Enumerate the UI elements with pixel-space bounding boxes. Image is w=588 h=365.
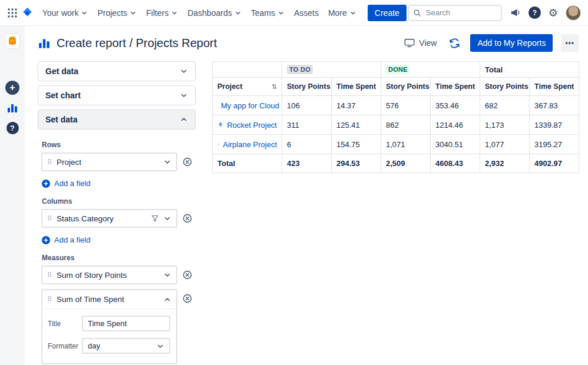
drag-handle-icon[interactable]: ⠿: [47, 159, 52, 165]
measure2-select[interactable]: ⠿ Sum of Time Spent: [42, 290, 176, 309]
more-actions-button[interactable]: •••: [561, 34, 579, 52]
drag-handle-icon[interactable]: ⠿: [47, 272, 52, 278]
remove-field-icon[interactable]: [183, 294, 192, 303]
chevron-up-icon: [163, 296, 171, 304]
accordion-label: Get data: [45, 67, 78, 76]
monitor-icon: [404, 38, 415, 48]
table-row: Rocket Project 311 125.41 862 1214.46 1,…: [213, 115, 579, 135]
help-icon[interactable]: ?: [528, 6, 541, 19]
group-done-cell: DONE: [381, 62, 480, 78]
accordion-label: Set chart: [45, 91, 81, 100]
create-button[interactable]: Create: [368, 5, 407, 21]
table-cell: 6: [282, 135, 332, 154]
project-link[interactable]: Rocket Project: [227, 121, 277, 130]
nav-your-work[interactable]: Your work: [38, 5, 93, 21]
nav-label: Dashboards: [187, 8, 232, 18]
remove-field-icon[interactable]: [183, 270, 192, 280]
column-header[interactable]: Time Spent: [431, 78, 480, 96]
table-row: Airplane Project 6 154.75 1,071 3040.51 …: [213, 135, 579, 154]
sort-icon[interactable]: ⇅: [272, 83, 277, 91]
table-cell: 576: [381, 96, 431, 115]
nav-label: Assets: [294, 8, 319, 18]
column-header[interactable]: Time Spent: [530, 78, 579, 96]
accordion-label: Set data: [45, 115, 77, 124]
nav-dashboards[interactable]: Dashboards: [183, 5, 246, 21]
search-input[interactable]: [425, 8, 497, 18]
set-chart-accordion[interactable]: Set chart: [38, 85, 196, 105]
rows-field-select[interactable]: ⠿ Project: [41, 152, 177, 171]
table-cell: 106: [282, 96, 332, 115]
drag-handle-icon[interactable]: ⠿: [47, 215, 52, 222]
chevron-down-icon: [180, 67, 188, 75]
report-table-area: TO DO DONE Total Project ⇅: [212, 61, 579, 173]
nav-assets[interactable]: Assets: [290, 5, 323, 21]
search-icon: [413, 9, 421, 17]
add-to-my-reports-button[interactable]: Add to My Reports: [470, 34, 553, 52]
get-data-accordion[interactable]: Get data: [38, 61, 196, 81]
add-column-field-button[interactable]: Add a field: [42, 235, 90, 244]
columns-label: Columns: [42, 197, 192, 205]
app-switcher-icon[interactable]: [6, 5, 19, 21]
project-link[interactable]: My app for Cloud: [221, 101, 279, 110]
set-data-body: Rows ⠿ Project Add a field: [38, 141, 196, 365]
table-cell: 2,509: [381, 154, 431, 173]
reports-app-logo[interactable]: [5, 34, 20, 49]
nav-teams[interactable]: Teams: [247, 5, 289, 21]
measure1-select[interactable]: ⠿ Sum of Story Points: [41, 266, 177, 284]
left-sidebar: + ?: [0, 26, 25, 365]
main-content: Create report / Projects Report View: [25, 26, 588, 365]
table-cell: 1339.87: [530, 115, 579, 135]
project-header-label: Project: [217, 82, 242, 91]
measure-title-input[interactable]: [82, 316, 170, 331]
add-row-field-button[interactable]: Add a field: [42, 179, 90, 188]
project-link[interactable]: Airplane Project: [223, 140, 277, 149]
rows-field-row: ⠿ Project: [41, 152, 192, 171]
header-actions: View Add to My Reports •••: [402, 34, 579, 52]
set-data-accordion[interactable]: Set data: [38, 110, 196, 130]
formatter-select[interactable]: day: [82, 338, 170, 354]
add-icon[interactable]: +: [5, 81, 19, 95]
settings-gear-icon[interactable]: ⚙: [549, 8, 558, 18]
field-value: Project: [57, 158, 158, 167]
table-cell: 311: [282, 115, 332, 135]
filter-icon[interactable]: [151, 215, 158, 222]
column-header[interactable]: Story Points: [480, 78, 530, 96]
chevron-up-icon: [180, 115, 188, 124]
field-value: Sum of Time Spent: [57, 295, 158, 304]
sidebar-help-icon[interactable]: ?: [6, 122, 19, 134]
plus-circle-icon: [42, 180, 50, 188]
table-cell: 125.41: [332, 115, 381, 135]
jira-logo[interactable]: [21, 6, 34, 19]
nav-filters[interactable]: Filters: [142, 5, 182, 21]
columns-field-select[interactable]: ⠿ Status Category: [41, 209, 177, 228]
nav-projects[interactable]: Projects: [93, 5, 141, 21]
chevron-down-icon: [163, 214, 171, 223]
table-cell: 1,071: [381, 135, 431, 154]
formatter-value: day: [88, 341, 100, 350]
column-header[interactable]: Story Points: [381, 78, 431, 96]
report-config-panel: Get data Set chart Set data Rows ⠿: [38, 61, 196, 365]
view-button[interactable]: View: [402, 36, 439, 50]
announcements-icon[interactable]: [510, 7, 521, 18]
field-value: Sum of Story Points: [57, 271, 158, 280]
nav-more[interactable]: More: [324, 5, 361, 21]
table-cell: 862: [381, 115, 431, 135]
column-header[interactable]: Time Spent: [332, 78, 381, 96]
top-navigation: Your work Projects Filters Dashboards Te…: [0, 0, 588, 26]
view-label: View: [419, 38, 437, 48]
total-label-cell: Total: [213, 154, 282, 173]
remove-field-icon[interactable]: [183, 214, 192, 223]
project-column-header[interactable]: Project ⇅: [213, 78, 282, 96]
reports-chart-icon[interactable]: [6, 102, 18, 114]
user-avatar[interactable]: [566, 5, 581, 21]
drag-handle-icon[interactable]: ⠿: [47, 296, 52, 303]
remove-field-icon[interactable]: [183, 157, 192, 167]
measure2-expanded-box: ⠿ Sum of Time Spent Title Forma: [41, 289, 177, 364]
search-box[interactable]: [408, 5, 502, 21]
measures-label: Measures: [42, 254, 192, 262]
done-status-badge: DONE: [386, 65, 410, 74]
refresh-icon[interactable]: [447, 36, 462, 51]
table-cell: 4902.97: [530, 154, 579, 173]
chevron-down-icon: [234, 9, 242, 16]
column-header[interactable]: Story Points: [282, 78, 332, 96]
